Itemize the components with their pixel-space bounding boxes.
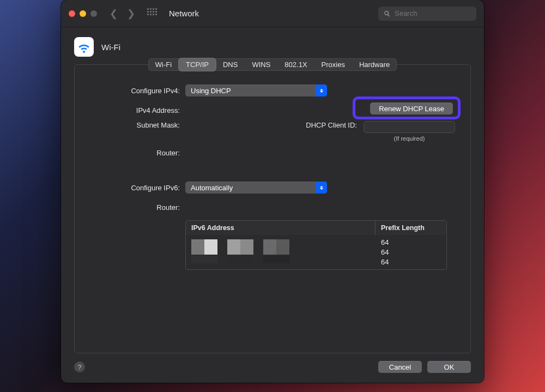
configure-ipv6-select[interactable]: Automatically — [185, 182, 327, 194]
configure-ipv6-label: Configure IPv6: — [90, 184, 180, 192]
chevron-updown-icon — [316, 85, 327, 97]
dhcp-client-id-input[interactable] — [364, 121, 455, 133]
prefs-window: ❮ ❯ Network Wi-Fi Wi-Fi TCP/IP DNS WINS … — [61, 0, 484, 383]
ipv4-address-label: IPv4 Address: — [90, 106, 180, 114]
titlebar: ❮ ❯ Network — [61, 0, 484, 27]
prefix-value: 64 — [381, 248, 441, 256]
prefix-value: 64 — [381, 238, 441, 246]
ok-button[interactable]: OK — [427, 361, 471, 373]
back-button[interactable]: ❮ — [107, 8, 120, 20]
ipv6-table-col-prefix[interactable]: Prefix Length — [376, 221, 446, 235]
chevron-updown-icon — [316, 182, 327, 194]
router-ipv4-label: Router: — [90, 149, 180, 157]
tab-hardware[interactable]: Hardware — [352, 58, 397, 71]
configure-ipv6-value: Automatically — [191, 184, 233, 192]
traffic-lights — [69, 10, 97, 17]
close-window-button[interactable] — [69, 10, 75, 17]
window-title: Network — [169, 9, 199, 18]
search-input[interactable] — [395, 9, 471, 17]
tab-dns[interactable]: DNS — [216, 58, 245, 71]
minimize-window-button[interactable] — [80, 10, 86, 17]
tab-8021x[interactable]: 802.1X — [277, 58, 314, 71]
show-all-icon[interactable] — [147, 8, 158, 19]
tab-bar: Wi-Fi TCP/IP DNS WINS 802.1X Proxies Har… — [148, 58, 397, 71]
ipv6-table-col-address[interactable]: IPv6 Address — [186, 221, 376, 235]
configure-ipv4-select[interactable]: Using DHCP — [185, 85, 327, 97]
router-ipv6-label: Router: — [90, 203, 180, 212]
interface-name: Wi-Fi — [101, 43, 120, 52]
tab-proxies[interactable]: Proxies — [314, 58, 352, 71]
dhcp-client-id-hint: (If required) — [394, 135, 425, 142]
tab-tcpip[interactable]: TCP/IP — [179, 58, 216, 71]
search-icon — [384, 10, 390, 17]
prefix-value: 64 — [381, 258, 441, 266]
tab-wins[interactable]: WINS — [245, 58, 277, 71]
tab-wifi[interactable]: Wi-Fi — [148, 58, 179, 71]
search-field[interactable] — [378, 7, 476, 21]
ipv6-table: IPv6 Address Prefix Length — [185, 220, 447, 270]
configure-ipv4-label: Configure IPv4: — [90, 87, 180, 95]
interface-header: Wi-Fi — [61, 27, 484, 61]
ipv6-address-cell — [186, 235, 376, 269]
configure-ipv4-value: Using DHCP — [191, 87, 231, 95]
zoom-window-button[interactable] — [90, 10, 97, 17]
ipv6-prefix-cell: 64 64 64 — [376, 235, 446, 269]
dhcp-client-id-label: DHCP Client ID: — [306, 121, 359, 129]
renew-dhcp-button[interactable]: Renew DHCP Lease — [370, 102, 453, 114]
dialog-footer: ? Cancel OK — [61, 353, 484, 383]
help-button[interactable]: ? — [74, 361, 85, 372]
cancel-button[interactable]: Cancel — [378, 361, 422, 373]
settings-panel: Wi-Fi TCP/IP DNS WINS 802.1X Proxies Har… — [74, 64, 471, 353]
subnet-mask-label: Subnet Mask: — [90, 121, 180, 129]
wifi-icon — [74, 37, 94, 57]
forward-button[interactable]: ❯ — [124, 8, 137, 20]
